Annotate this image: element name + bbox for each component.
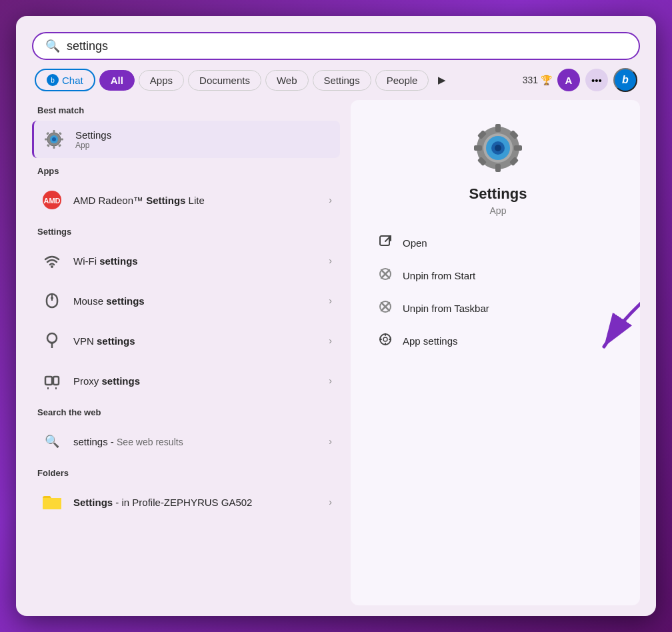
points-count: 331 <box>523 75 538 85</box>
bing-button[interactable]: b <box>613 68 637 92</box>
settings-app-title: Settings <box>75 129 332 141</box>
bing-icon: b <box>622 74 629 86</box>
folder-title: Settings - in Profile-ZEPHYRUS GA502 <box>73 497 319 508</box>
vpn-icon <box>40 329 64 353</box>
wifi-icon <box>40 249 64 273</box>
settings-app-text: Settings App <box>75 129 332 150</box>
svg-rect-19 <box>45 377 52 385</box>
mouse-title: Mouse settings <box>73 295 319 307</box>
tab-settings-label: Settings <box>324 75 360 86</box>
trophy-icon: 🏆 <box>541 75 552 85</box>
tab-all-label: All <box>111 75 123 86</box>
avatar-label: A <box>565 75 573 86</box>
amd-chevron: › <box>329 195 332 205</box>
amd-title: AMD Radeon™ Settings Lite <box>73 195 319 206</box>
svg-point-36 <box>495 145 501 151</box>
left-panel: Best match <box>32 100 345 605</box>
tab-apps[interactable]: Apps <box>139 70 184 91</box>
tab-chat[interactable]: b Chat <box>35 69 95 91</box>
search-icon: 🔍 <box>45 39 60 53</box>
folder-chevron: › <box>329 497 332 507</box>
svg-rect-47 <box>385 343 386 345</box>
tab-settings[interactable]: Settings <box>313 70 371 91</box>
proxy-text: Proxy settings <box>73 375 319 387</box>
filter-row: b Chat All Apps Documents Web Settings P… <box>32 68 640 92</box>
settings-app-sub: App <box>75 141 332 150</box>
folder-icon <box>40 490 64 514</box>
tab-more-arrow[interactable]: ▶ <box>433 71 451 89</box>
action-unpin-start-label: Unpin from Start <box>403 270 475 281</box>
web-search-title: settings - See web results <box>73 436 319 447</box>
result-vpn[interactable]: VPN settings › <box>32 322 340 359</box>
more-icon: ••• <box>591 75 602 86</box>
unpin-start-icon <box>377 267 393 284</box>
tab-documents[interactable]: Documents <box>188 70 261 91</box>
chat-tab-icon: b <box>47 74 59 86</box>
svg-point-50 <box>383 337 387 341</box>
tab-people-label: People <box>387 75 418 86</box>
section-apps: Apps <box>32 161 340 179</box>
svg-point-2 <box>52 137 56 141</box>
result-amd[interactable]: AMD AMD Radeon™ Settings Lite › <box>32 181 340 219</box>
search-input[interactable] <box>67 39 267 53</box>
svg-rect-4 <box>53 146 55 149</box>
action-unpin-taskbar[interactable]: Unpin from Taskbar <box>377 297 624 319</box>
svg-point-13 <box>51 265 53 268</box>
right-panel: Settings App Open <box>351 100 640 605</box>
avatar-button[interactable]: A <box>557 69 580 91</box>
proxy-title: Proxy settings <box>73 375 319 387</box>
vpn-text: VPN settings <box>73 335 319 347</box>
web-search-text: settings - See web results <box>73 436 319 447</box>
svg-rect-27 <box>474 145 482 151</box>
svg-rect-37 <box>380 236 389 245</box>
start-menu: 🔍 b Chat All Apps Documents Web Settings <box>16 16 656 616</box>
app-settings-icon <box>377 333 393 349</box>
settings-app-icon <box>42 127 66 151</box>
amd-icon: AMD <box>40 188 64 212</box>
unpin-taskbar-icon <box>377 300 393 317</box>
app-type: App <box>372 205 624 216</box>
tab-web-label: Web <box>277 75 297 86</box>
section-settings: Settings <box>32 221 340 239</box>
svg-point-16 <box>51 297 53 299</box>
svg-rect-26 <box>495 164 501 172</box>
svg-text:AMD: AMD <box>43 197 60 205</box>
svg-rect-49 <box>389 339 391 340</box>
svg-rect-5 <box>45 139 47 141</box>
result-proxy[interactable]: Proxy settings › <box>32 362 340 399</box>
tab-web[interactable]: Web <box>265 70 309 91</box>
mouse-icon <box>40 289 64 313</box>
action-open-label: Open <box>403 237 427 249</box>
action-open[interactable]: Open <box>377 232 624 254</box>
tab-all[interactable]: All <box>99 70 135 91</box>
action-app-settings[interactable]: App settings <box>377 330 624 352</box>
app-name: Settings <box>372 185 624 203</box>
section-folders: Folders <box>32 463 340 481</box>
svg-rect-6 <box>61 139 63 141</box>
svg-rect-46 <box>385 333 386 336</box>
vpn-chevron: › <box>329 335 332 346</box>
result-wifi[interactable]: Wi-Fi settings › <box>32 242 340 279</box>
section-search-web: Search the web <box>32 402 340 420</box>
tab-apps-label: Apps <box>150 75 173 86</box>
svg-rect-20 <box>53 377 59 385</box>
result-settings-app[interactable]: Settings App <box>32 121 340 158</box>
amd-text: AMD Radeon™ Settings Lite <box>73 195 319 206</box>
mouse-chevron: › <box>329 295 332 306</box>
proxy-icon <box>40 369 64 393</box>
result-mouse[interactable]: Mouse settings › <box>32 282 340 319</box>
wifi-text: Wi-Fi settings <box>73 255 319 267</box>
tab-people[interactable]: People <box>375 70 429 91</box>
app-icon-large <box>471 121 525 175</box>
proxy-chevron: › <box>329 375 332 386</box>
main-content: Best match <box>32 100 640 605</box>
open-icon <box>377 235 393 251</box>
more-button[interactable]: ••• <box>585 69 608 91</box>
action-app-settings-label: App settings <box>403 335 458 347</box>
svg-rect-48 <box>379 339 382 340</box>
result-folder[interactable]: Settings - in Profile-ZEPHYRUS GA502 › <box>32 483 340 521</box>
result-web-search[interactable]: 🔍 settings - See web results › <box>32 423 340 460</box>
action-unpin-start[interactable]: Unpin from Start <box>377 265 624 287</box>
right-actions: Open Unpin from Start <box>372 232 624 352</box>
wifi-title: Wi-Fi settings <box>73 255 319 267</box>
